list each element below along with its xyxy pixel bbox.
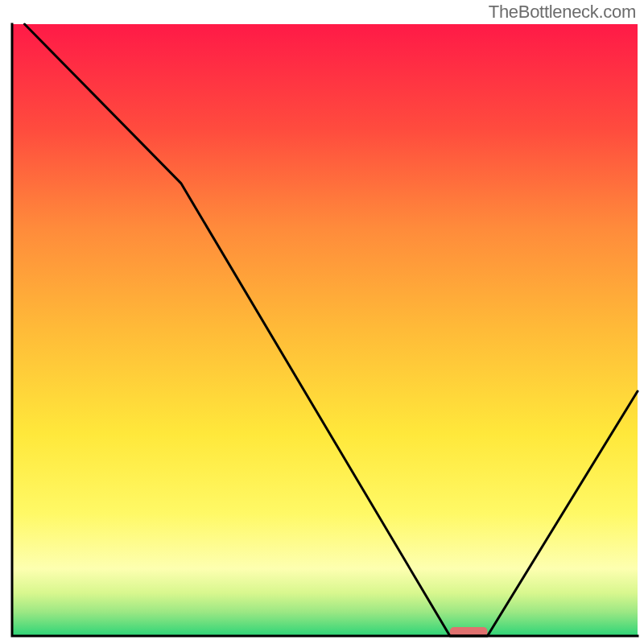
chart-container: { "attribution": "TheBottleneck.com", "c… <box>0 0 644 644</box>
bottleneck-chart <box>0 0 644 644</box>
